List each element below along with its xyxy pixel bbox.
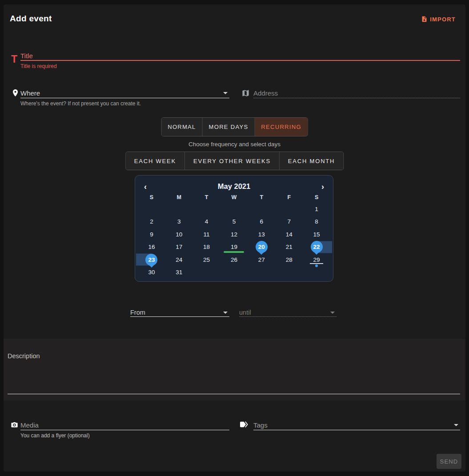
chevron-down-icon (330, 312, 335, 314)
calendar-day[interactable]: 19 (220, 241, 248, 254)
calendar-day[interactable]: 2 (138, 216, 165, 228)
calendar-weekday: M (165, 194, 193, 200)
calendar-day-number[interactable]: 12 (228, 228, 240, 240)
calendar-day[interactable]: 17 (165, 241, 193, 254)
frequency-each-month-button[interactable]: EACH MONTH (280, 152, 343, 170)
calendar-day[interactable]: 26 (220, 253, 248, 266)
description-input[interactable] (8, 394, 460, 394)
chevron-down-icon[interactable] (223, 312, 228, 314)
chevron-down-icon[interactable] (223, 92, 228, 94)
tags-select[interactable]: Tags (253, 420, 460, 430)
calendar-day-number[interactable]: 7 (283, 216, 295, 228)
calendar-day[interactable]: 16 (138, 241, 165, 254)
today-underline (224, 251, 244, 253)
map-icon (240, 88, 251, 98)
calendar-day[interactable]: 27 (248, 253, 275, 266)
title-input[interactable]: Title Title is required (20, 51, 460, 69)
until-placeholder: until (239, 309, 251, 316)
calendar-day-number[interactable]: 30 (145, 266, 157, 278)
address-input[interactable]: Address (253, 88, 460, 98)
where-select[interactable]: Where Where's the event? If not present … (20, 88, 229, 107)
calendar-day-number[interactable]: 28 (283, 254, 295, 266)
calendar-day-number[interactable]: 14 (283, 228, 295, 240)
calendar-day-number[interactable]: 13 (256, 228, 268, 240)
frequency-every-other-weeks-button[interactable]: EVERY OTHER WEEKS (185, 152, 280, 170)
calendar-day[interactable]: 24 (165, 253, 193, 266)
tags-icon (239, 419, 249, 430)
calendar-day[interactable]: 20 (248, 241, 275, 254)
calendar-day[interactable]: 29 (303, 253, 330, 266)
calendar-day-number[interactable]: 10 (173, 228, 185, 240)
calendar-day-number[interactable]: 15 (311, 228, 323, 240)
calendar-day[interactable]: 22 (303, 241, 330, 254)
calendar-day-number[interactable]: 18 (200, 241, 212, 253)
calendar-day-number[interactable]: 21 (283, 241, 295, 253)
calendar-day-number[interactable]: 1 (311, 203, 323, 215)
calendar-day[interactable]: 15 (303, 228, 330, 241)
calendar: ‹ May 2021 › SMTWTFS 1234567891011121314… (135, 175, 333, 282)
calendar-day[interactable]: 7 (275, 216, 303, 228)
frequency-caption: Choose frequency and select days (4, 141, 465, 148)
calendar-day-number[interactable]: 6 (256, 216, 268, 228)
calendar-empty-cell (220, 203, 248, 216)
calendar-day[interactable]: 30 (138, 266, 165, 279)
calendar-day-number[interactable]: 23 (145, 254, 157, 266)
calendar-day[interactable]: 13 (248, 228, 275, 241)
calendar-day[interactable]: 9 (138, 228, 165, 241)
calendar-day-number[interactable]: 11 (200, 228, 212, 240)
calendar-day-number[interactable]: 20 (256, 241, 268, 253)
until-select[interactable]: until (239, 308, 337, 317)
calendar-day[interactable]: 25 (193, 253, 220, 266)
frequency-each-week-button[interactable]: EACH WEEK (126, 152, 185, 170)
calendar-day-number[interactable]: 16 (145, 241, 157, 253)
calendar-day-number[interactable]: 26 (228, 254, 240, 266)
calendar-weekday: T (248, 194, 275, 200)
calendar-month-label: May 2021 (218, 182, 250, 191)
calendar-day[interactable]: 23 (138, 253, 165, 266)
calendar-day[interactable]: 6 (248, 216, 275, 228)
calendar-empty-cell (193, 203, 220, 216)
calendar-day[interactable]: 5 (220, 216, 248, 228)
send-button[interactable]: SEND (437, 454, 461, 469)
calendar-day-number[interactable]: 27 (256, 254, 268, 266)
calendar-prev-icon[interactable]: ‹ (142, 182, 148, 192)
calendar-day[interactable]: 12 (220, 228, 248, 241)
calendar-day[interactable]: 14 (275, 228, 303, 241)
calendar-day[interactable]: 18 (193, 241, 220, 254)
calendar-day[interactable]: 28 (275, 253, 303, 266)
tab-recurring[interactable]: RECURRING (255, 118, 307, 136)
calendar-day[interactable]: 8 (303, 216, 330, 228)
calendar-day-number[interactable]: 2 (145, 216, 157, 228)
calendar-empty-cell (275, 203, 303, 216)
media-input[interactable]: Media You can add a flyer (optional) (20, 420, 229, 439)
title-icon: T (11, 53, 17, 65)
calendar-day-number[interactable]: 8 (311, 216, 323, 228)
calendar-day-number[interactable]: 17 (173, 241, 185, 253)
tab-normal[interactable]: NORMAL (161, 118, 202, 136)
calendar-day-number[interactable]: 4 (200, 216, 212, 228)
calendar-day-number[interactable]: 3 (173, 216, 185, 228)
where-placeholder: Where (20, 89, 40, 97)
tags-placeholder: Tags (253, 421, 268, 429)
from-select[interactable]: From (130, 308, 229, 317)
calendar-day-number[interactable]: 24 (173, 254, 185, 266)
calendar-day[interactable]: 11 (193, 228, 220, 241)
calendar-day[interactable]: 3 (165, 216, 193, 228)
title-placeholder: Title (20, 52, 33, 60)
chevron-down-icon[interactable] (454, 424, 458, 426)
calendar-next-icon[interactable]: › (320, 182, 326, 192)
calendar-weekday: S (303, 194, 330, 200)
event-type-tabs: NORMAL MORE DAYS RECURRING (161, 117, 308, 136)
calendar-day[interactable]: 10 (165, 228, 193, 241)
calendar-day-number[interactable]: 31 (173, 266, 185, 278)
calendar-day[interactable]: 4 (193, 216, 220, 228)
calendar-day-number[interactable]: 22 (311, 241, 323, 253)
calendar-day-number[interactable]: 5 (228, 216, 240, 228)
tab-more-days[interactable]: MORE DAYS (203, 118, 255, 136)
calendar-day[interactable]: 31 (165, 266, 193, 279)
calendar-day[interactable]: 21 (275, 241, 303, 254)
calendar-day-number[interactable]: 25 (200, 254, 212, 266)
import-button[interactable]: IMPORT (421, 15, 456, 23)
calendar-day-number[interactable]: 9 (145, 228, 157, 240)
calendar-day[interactable]: 1 (303, 203, 330, 216)
